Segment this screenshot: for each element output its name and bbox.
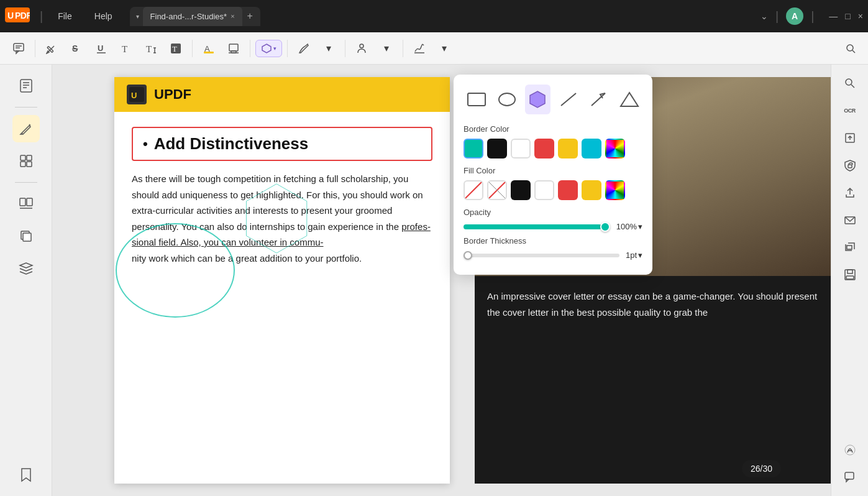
border-color-teal[interactable]: [464, 139, 483, 158]
svg-text:U: U: [131, 91, 137, 100]
triangle-shape-option[interactable]: [617, 85, 642, 114]
file-menu[interactable]: File: [48, 9, 82, 24]
pen-tool[interactable]: [293, 37, 315, 60]
fill-color-red[interactable]: [558, 180, 578, 200]
crop-button[interactable]: [839, 236, 861, 259]
text-tool[interactable]: T: [115, 37, 137, 60]
sidebar-sep-2: [15, 182, 37, 183]
border-color-gradient[interactable]: [605, 139, 625, 158]
border-thickness-label: Border Thickness: [464, 236, 642, 246]
pdf-header: U UPDF: [114, 77, 450, 112]
tab-title: Find-and-...r-Studies*: [150, 12, 227, 21]
svg-rect-18: [204, 52, 214, 53]
fill-color-gradient[interactable]: [605, 180, 625, 200]
highlight-tool[interactable]: A: [198, 37, 220, 60]
search-button[interactable]: [841, 39, 861, 58]
opacity-thumb[interactable]: [600, 222, 610, 232]
sidebar-item-annotate[interactable]: [12, 115, 40, 142]
email-button[interactable]: [839, 209, 861, 231]
fill-color-transparent-2[interactable]: [487, 180, 507, 200]
title-bar: U PDF | File Help ▾ Find-and-...r-Studie…: [0, 0, 868, 32]
pencil-tool[interactable]: [40, 37, 63, 60]
pdf-left-page: U UPDF • Add Distinctiveness As there wi…: [114, 77, 450, 484]
toolbar-sep-6: [403, 40, 403, 57]
comments-panel-button[interactable]: [839, 466, 861, 489]
stamp-tool[interactable]: [222, 37, 245, 60]
hexagon-shape-option[interactable]: [525, 85, 550, 114]
svg-line-26: [852, 50, 855, 53]
border-color-white[interactable]: [511, 139, 531, 158]
text-cursor-tool[interactable]: T: [140, 37, 162, 60]
title-bar-right: ⌄ | A | — □ ×: [761, 7, 863, 25]
fill-color-white[interactable]: [534, 180, 554, 200]
active-tab[interactable]: Find-and-...r-Studies* ×: [143, 7, 242, 26]
svg-rect-57: [468, 93, 485, 106]
save-button[interactable]: [839, 264, 861, 286]
protect-button[interactable]: [839, 154, 861, 177]
extract-button[interactable]: [839, 127, 861, 149]
svg-text:PDF: PDF: [15, 11, 30, 21]
shape-tool-dropdown[interactable]: ▾: [255, 40, 282, 57]
border-color-cyan[interactable]: [582, 139, 601, 158]
sidebar-item-reader[interactable]: [12, 72, 40, 99]
shape-options-row: [464, 85, 642, 114]
fill-color-transparent-1[interactable]: [464, 180, 483, 200]
person-dropdown[interactable]: ▾: [375, 37, 398, 60]
signature-tool[interactable]: [408, 37, 431, 60]
strikethrough-tool[interactable]: S: [65, 37, 88, 60]
pdf-heading: Add Distinctiveness: [154, 134, 309, 154]
person-tool[interactable]: [350, 37, 373, 60]
ai-button[interactable]: [839, 439, 861, 461]
shape-dropdown-arrow: ▾: [273, 45, 276, 52]
rectangle-shape-option[interactable]: [464, 85, 489, 114]
ocr-button[interactable]: OCR: [839, 99, 861, 122]
signature-dropdown[interactable]: ▾: [433, 37, 455, 60]
fill-color-black[interactable]: [511, 180, 531, 200]
opacity-slider-row: 100% ▾: [464, 222, 642, 231]
pdf-heading-box: • Add Distinctiveness: [132, 127, 432, 161]
border-color-red[interactable]: [534, 139, 554, 158]
ellipse-shape-option[interactable]: [494, 85, 519, 114]
opacity-slider-track[interactable]: [464, 224, 610, 229]
shape-picker-popup: Border Color Fill Color Opacity 10: [454, 75, 652, 275]
svg-rect-34: [27, 162, 32, 167]
maximize-button[interactable]: □: [845, 11, 850, 21]
sidebar-item-organize[interactable]: [12, 190, 40, 218]
search-panel-button[interactable]: [839, 72, 861, 94]
minimize-button[interactable]: —: [829, 11, 838, 21]
line-shape-option[interactable]: [555, 85, 581, 114]
tab-dropdown[interactable]: ▾: [132, 11, 143, 22]
svg-marker-62: [621, 93, 638, 106]
pdf-right-text: An impressive cover letter or essay can …: [475, 276, 831, 333]
avatar[interactable]: A: [786, 7, 803, 25]
svg-point-50: [845, 445, 855, 455]
text-edit-tool[interactable]: T: [165, 37, 187, 60]
thickness-thumb[interactable]: [464, 251, 472, 260]
sidebar-item-duplicate[interactable]: [12, 223, 40, 250]
border-color-black[interactable]: [487, 139, 507, 158]
close-window-button[interactable]: ×: [858, 11, 863, 21]
circle-annotation: [114, 221, 237, 320]
opacity-value: 100% ▾: [616, 222, 642, 231]
pdf-content: • Add Distinctiveness As there will be t…: [114, 112, 450, 281]
sidebar-item-layers[interactable]: [12, 255, 40, 282]
fill-color-yellow[interactable]: [582, 180, 601, 200]
expand-icon[interactable]: ⌄: [761, 11, 768, 21]
thickness-slider-track[interactable]: [464, 254, 619, 257]
add-tab-button[interactable]: +: [242, 8, 258, 24]
close-tab-button[interactable]: ×: [231, 12, 234, 20]
svg-rect-3: [14, 44, 24, 51]
share-button[interactable]: [839, 181, 861, 204]
sidebar-item-bookmark[interactable]: [12, 461, 40, 489]
comment-tool[interactable]: [7, 37, 30, 60]
underline-tool[interactable]: U: [90, 37, 112, 60]
help-menu[interactable]: Help: [85, 9, 122, 24]
sidebar-item-list[interactable]: [12, 147, 40, 175]
pen-color-dropdown[interactable]: ▾: [318, 37, 340, 60]
thickness-slider-row: 1pt ▾: [464, 250, 642, 260]
arrow-shape-option[interactable]: [586, 85, 611, 114]
border-color-yellow[interactable]: [558, 139, 578, 158]
svg-rect-46: [847, 246, 852, 249]
svg-rect-35: [20, 198, 25, 206]
svg-point-40: [846, 79, 852, 85]
